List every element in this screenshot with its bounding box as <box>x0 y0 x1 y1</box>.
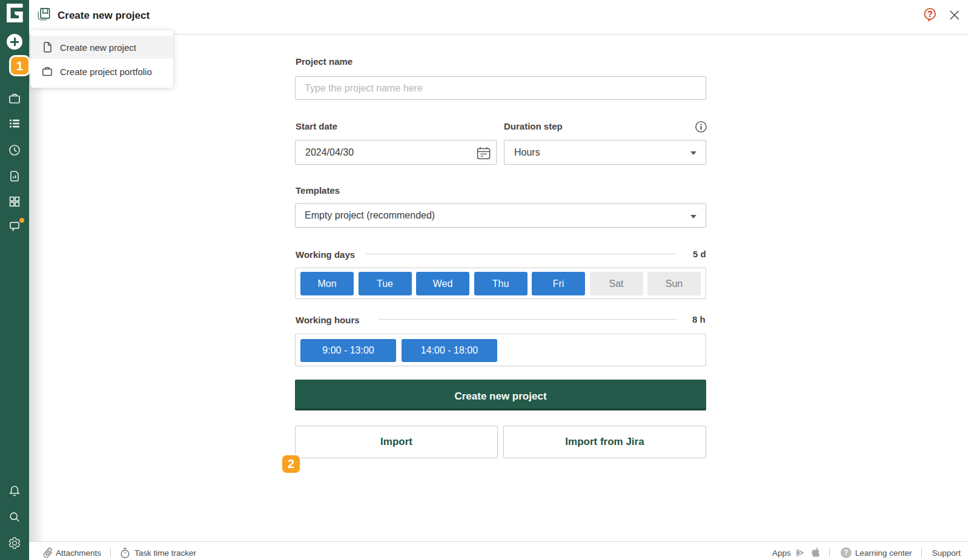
svg-text:?: ? <box>927 8 933 19</box>
